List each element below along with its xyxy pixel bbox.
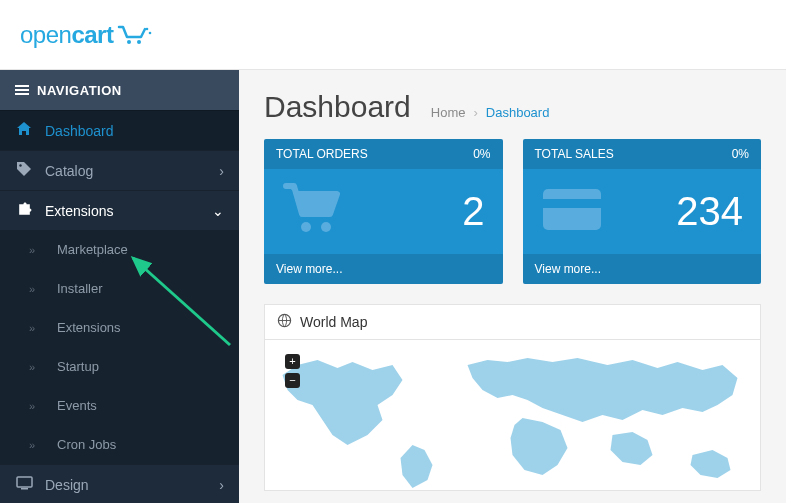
- svg-point-4: [19, 164, 21, 166]
- logo-open: open: [20, 21, 71, 48]
- nav-title: NAVIGATION: [37, 83, 122, 98]
- tile-value: 234: [676, 189, 743, 234]
- svg-point-1: [137, 40, 141, 44]
- nav-heading[interactable]: NAVIGATION: [0, 70, 239, 110]
- chevron-right-icon: ›: [219, 163, 224, 179]
- chevrons-icon: »: [29, 439, 45, 451]
- puzzle-icon: [15, 201, 33, 221]
- svg-rect-10: [543, 199, 601, 208]
- top-header: opencart: [0, 0, 786, 70]
- crumb-home[interactable]: Home: [431, 105, 466, 120]
- crumb-separator: ›: [473, 105, 477, 120]
- sidebar-sub-installer[interactable]: »Installer: [0, 269, 239, 308]
- chevron-down-icon: ⌄: [212, 203, 224, 219]
- logo-cart-text: cart: [71, 21, 113, 48]
- monitor-icon: [15, 475, 33, 494]
- home-icon: [15, 121, 33, 140]
- tile-title: TOTAL SALES: [535, 147, 614, 161]
- globe-icon: [277, 313, 292, 331]
- sidebar-submenu-extensions: »Marketplace »Installer »Extensions »Sta…: [0, 230, 239, 464]
- chevron-right-icon: ›: [219, 477, 224, 493]
- page-title: Dashboard: [264, 90, 411, 124]
- svg-rect-5: [17, 477, 32, 487]
- sidebar-label: Catalog: [45, 163, 207, 179]
- svg-point-3: [149, 31, 152, 34]
- breadcrumb: Home › Dashboard: [431, 105, 550, 120]
- panel-title: World Map: [300, 314, 367, 330]
- sidebar-sub-events[interactable]: »Events: [0, 386, 239, 425]
- tile-total-sales: TOTAL SALES0% 234 View more...: [523, 139, 762, 284]
- sidebar-item-extensions[interactable]: Extensions ⌄: [0, 190, 239, 230]
- chevrons-icon: »: [29, 400, 45, 412]
- world-map[interactable]: [275, 350, 750, 490]
- chevrons-icon: »: [29, 283, 45, 295]
- zoom-in-button[interactable]: +: [285, 354, 300, 369]
- card-icon: [541, 187, 603, 236]
- stat-tiles: TOTAL ORDERS0% 2 View more... TOTAL SALE…: [239, 139, 786, 284]
- sidebar-item-dashboard[interactable]: Dashboard: [0, 110, 239, 150]
- tile-total-orders: TOTAL ORDERS0% 2 View more...: [264, 139, 503, 284]
- sidebar-sub-cron-jobs[interactable]: »Cron Jobs: [0, 425, 239, 464]
- world-map-panel: World Map + −: [264, 304, 761, 491]
- sidebar-item-catalog[interactable]: Catalog ›: [0, 150, 239, 190]
- main-content: Dashboard Home › Dashboard TOTAL ORDERS0…: [239, 70, 786, 503]
- chevrons-icon: »: [29, 361, 45, 373]
- sidebar-sub-startup[interactable]: »Startup: [0, 347, 239, 386]
- sidebar-label: Extensions: [45, 203, 200, 219]
- sidebar-label: Dashboard: [45, 123, 224, 139]
- sidebar: NAVIGATION Dashboard Catalog › Extension…: [0, 70, 239, 503]
- brand-logo[interactable]: opencart: [20, 21, 153, 49]
- sidebar-item-design[interactable]: Design ›: [0, 464, 239, 503]
- svg-rect-6: [21, 488, 28, 490]
- svg-point-0: [127, 40, 131, 44]
- page-header: Dashboard Home › Dashboard: [239, 70, 786, 139]
- tile-percent: 0%: [732, 147, 749, 161]
- sidebar-label: Design: [45, 477, 207, 493]
- tile-view-more[interactable]: View more...: [264, 254, 503, 284]
- cart-icon: [282, 182, 344, 241]
- tile-value: 2: [462, 189, 484, 234]
- chevrons-icon: »: [29, 244, 45, 256]
- tile-percent: 0%: [473, 147, 490, 161]
- chevrons-icon: »: [29, 322, 45, 334]
- tile-view-more[interactable]: View more...: [523, 254, 762, 284]
- sidebar-sub-marketplace[interactable]: »Marketplace: [0, 230, 239, 269]
- svg-point-8: [321, 222, 331, 232]
- zoom-out-button[interactable]: −: [285, 373, 300, 388]
- svg-point-7: [301, 222, 311, 232]
- cart-icon: [117, 23, 153, 47]
- sidebar-sub-extensions[interactable]: »Extensions: [0, 308, 239, 347]
- tile-title: TOTAL ORDERS: [276, 147, 368, 161]
- svg-rect-9: [543, 189, 601, 230]
- crumb-current[interactable]: Dashboard: [486, 105, 550, 120]
- hamburger-icon: [15, 83, 29, 97]
- svg-point-2: [146, 27, 149, 30]
- tag-icon: [15, 161, 33, 180]
